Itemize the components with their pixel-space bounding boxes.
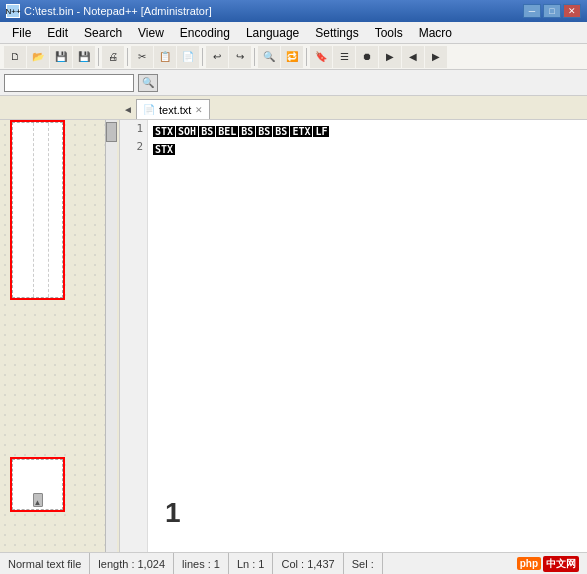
token-bs-2: BS bbox=[239, 126, 255, 137]
menu-edit[interactable]: Edit bbox=[39, 22, 76, 43]
tab-icon: 📄 bbox=[143, 104, 155, 115]
menu-bar: File Edit Search View Encoding Language … bbox=[0, 22, 587, 44]
cn-badge: 中文网 bbox=[543, 556, 579, 572]
tab-text-txt[interactable]: 📄 text.txt ✕ bbox=[136, 99, 210, 119]
php-badge: php bbox=[517, 557, 541, 570]
app-icon: N++ bbox=[6, 4, 20, 18]
toolbar-open[interactable]: 📂 bbox=[27, 46, 49, 68]
status-col: Col : 1,437 bbox=[273, 553, 343, 574]
token-lf: LF bbox=[313, 126, 329, 137]
number-label: 1 bbox=[165, 497, 181, 529]
tab-scroll-left[interactable]: ◄ bbox=[120, 99, 136, 119]
left-panel-inner: ▲ bbox=[0, 120, 119, 552]
token-bs-3: BS bbox=[256, 126, 272, 137]
toolbar-replace[interactable]: 🔁 bbox=[281, 46, 303, 68]
menu-macro[interactable]: Macro bbox=[411, 22, 460, 43]
toolbar-next[interactable]: ▶ bbox=[425, 46, 447, 68]
main-area: ▲ 1 2 STX SOH BS BEL BS BS BS ETX bbox=[0, 120, 587, 552]
red-box-bottom: ▲ bbox=[10, 457, 65, 512]
toolbar-macro-play[interactable]: ▶ bbox=[379, 46, 401, 68]
token-bel: BEL bbox=[216, 126, 238, 137]
toolbar-paste[interactable]: 📄 bbox=[177, 46, 199, 68]
token-bs-1: BS bbox=[199, 126, 215, 137]
menu-view[interactable]: View bbox=[130, 22, 172, 43]
title-bar-text: C:\test.bin - Notepad++ [Administrator] bbox=[24, 5, 523, 17]
code-line-1: STX SOH BS BEL BS BS BS ETX LF bbox=[153, 122, 583, 140]
menu-settings[interactable]: Settings bbox=[307, 22, 366, 43]
toolbar-sep-5 bbox=[306, 48, 307, 66]
toolbar: 🗋 📂 💾 💾 🖨 ✂ 📋 📄 ↩ ↪ 🔍 🔁 🔖 ☰ ⏺ ▶ ◀ ▶ bbox=[0, 44, 587, 70]
status-file-type: Normal text file bbox=[8, 553, 90, 574]
toolbar-macro-rec[interactable]: ⏺ bbox=[356, 46, 378, 68]
token-stx-1: STX bbox=[153, 126, 175, 137]
toolbar-prev[interactable]: ◀ bbox=[402, 46, 424, 68]
left-panel-scrollbar[interactable] bbox=[105, 120, 117, 552]
toolbar-zoom-out[interactable]: ☰ bbox=[333, 46, 355, 68]
left-panel: ▲ bbox=[0, 120, 120, 552]
close-button[interactable]: ✕ bbox=[563, 4, 581, 18]
status-brand: php 中文网 bbox=[517, 556, 579, 572]
title-bar: N++ C:\test.bin - Notepad++ [Administrat… bbox=[0, 0, 587, 22]
tab-bar: ◄ 📄 text.txt ✕ bbox=[0, 96, 587, 120]
line-num-2: 2 bbox=[120, 140, 147, 158]
editor-content[interactable]: STX SOH BS BEL BS BS BS ETX LF STX bbox=[149, 120, 587, 552]
toolbar-new[interactable]: 🗋 bbox=[4, 46, 26, 68]
toolbar-save[interactable]: 💾 bbox=[50, 46, 72, 68]
status-length: length : 1,024 bbox=[90, 553, 174, 574]
token-etx: ETX bbox=[290, 126, 312, 137]
maximize-button[interactable]: □ bbox=[543, 4, 561, 18]
search-button[interactable]: 🔍 bbox=[138, 74, 158, 92]
status-ln: Ln : 1 bbox=[229, 553, 274, 574]
search-input[interactable] bbox=[4, 74, 134, 92]
status-lines: lines : 1 bbox=[174, 553, 229, 574]
toolbar-sep-2 bbox=[127, 48, 128, 66]
token-bs-4: BS bbox=[273, 126, 289, 137]
menu-tools[interactable]: Tools bbox=[367, 22, 411, 43]
toolbar-copy[interactable]: 📋 bbox=[154, 46, 176, 68]
toolbar-sep-1 bbox=[98, 48, 99, 66]
editor-area[interactable]: 1 2 STX SOH BS BEL BS BS BS ETX LF STX bbox=[120, 120, 587, 552]
toolbar-sep-4 bbox=[254, 48, 255, 66]
red-box-top bbox=[10, 120, 65, 300]
window-controls: ─ □ ✕ bbox=[523, 4, 581, 18]
status-bar: Normal text file length : 1,024 lines : … bbox=[0, 552, 587, 574]
tab-label: text.txt bbox=[159, 104, 191, 116]
token-soh: SOH bbox=[176, 126, 198, 137]
toolbar-cut[interactable]: ✂ bbox=[131, 46, 153, 68]
toolbar-saveall[interactable]: 💾 bbox=[73, 46, 95, 68]
menu-search[interactable]: Search bbox=[76, 22, 130, 43]
toolbar-undo[interactable]: ↩ bbox=[206, 46, 228, 68]
menu-file[interactable]: File bbox=[4, 22, 39, 43]
toolbar-find[interactable]: 🔍 bbox=[258, 46, 280, 68]
line-numbers: 1 2 bbox=[120, 120, 148, 552]
line-num-1: 1 bbox=[120, 122, 147, 140]
toolbar-sep-3 bbox=[202, 48, 203, 66]
toolbar-zoom-in[interactable]: 🔖 bbox=[310, 46, 332, 68]
toolbar-print[interactable]: 🖨 bbox=[102, 46, 124, 68]
code-line-2: STX bbox=[153, 140, 583, 158]
tab-close-button[interactable]: ✕ bbox=[195, 105, 203, 115]
menu-encoding[interactable]: Encoding bbox=[172, 22, 238, 43]
search-bar: 🔍 bbox=[0, 70, 587, 96]
toolbar-redo[interactable]: ↪ bbox=[229, 46, 251, 68]
token-stx-2: STX bbox=[153, 144, 175, 155]
menu-language[interactable]: Language bbox=[238, 22, 307, 43]
status-sel: Sel : bbox=[344, 553, 383, 574]
minimize-button[interactable]: ─ bbox=[523, 4, 541, 18]
